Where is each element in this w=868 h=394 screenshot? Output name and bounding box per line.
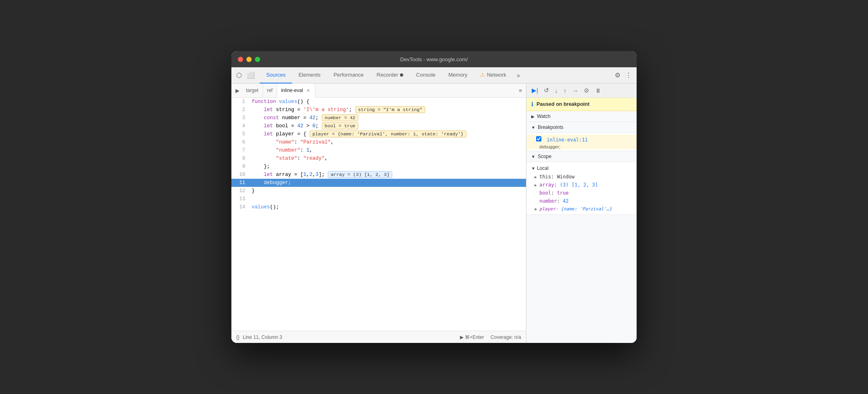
code-line-14: 14 values(); [231, 203, 526, 211]
expand-this-icon: ▶ [534, 175, 537, 179]
tab-recorder[interactable]: Recorder [370, 67, 409, 84]
step-out-button[interactable]: ↑ [561, 86, 569, 96]
scope-item-this[interactable]: ▶ this: Window [526, 173, 637, 181]
titlebar: DevTools - www.google.com/ [231, 51, 637, 67]
run-snippet-btn[interactable]: ▶ ⌘+Enter [460, 334, 484, 340]
coverage-label: Coverage: n/a [491, 334, 521, 340]
more-tabs-button[interactable]: » [514, 71, 522, 80]
pause-on-exceptions-btn[interactable]: ⏸ [593, 86, 603, 96]
local-label: Local [537, 165, 549, 171]
code-line-7: 7 "number": 1, [231, 146, 526, 154]
tab-elements[interactable]: Elements [292, 67, 327, 84]
code-editor[interactable]: 1 function values() { 2 let string = 'I\… [231, 98, 526, 331]
scope-item-player[interactable]: ▶ player: {name: 'Parzival'…} [526, 205, 637, 213]
file-tab-ref[interactable]: ref [263, 84, 277, 98]
inspect-icon[interactable]: ⬡ [235, 70, 244, 81]
scope-item-bool[interactable]: ▶ bool: true [526, 189, 637, 197]
debug-toolbar: ▶| ↺ ↓ ↑ → ⊘ ⏸ [526, 84, 637, 98]
deactivate-breakpoints-btn[interactable]: ⊘ [582, 85, 591, 96]
tab-network[interactable]: ⚠ Network [474, 67, 513, 84]
main-tabbar: ⬡ ⬜ Sources Elements Performance Recorde… [231, 67, 637, 84]
local-scope-header[interactable]: ▼ Local [526, 164, 637, 173]
file-tab-target[interactable]: target [242, 84, 263, 98]
breakpoints-chevron-icon: ▼ [531, 125, 535, 130]
scope-section-header[interactable]: ▼ Scope [526, 151, 637, 162]
scope-chevron-icon: ▼ [531, 154, 535, 159]
file-tab-inline-eval[interactable]: inline-eval ✕ [277, 84, 315, 98]
code-line-4: 4 let bool = 42 > 0;bool = true [231, 122, 526, 130]
watch-label: Watch [537, 113, 551, 119]
paused-message: Paused on breakpoint [537, 101, 590, 107]
code-line-3: 3 const number = 42;number = 42 [231, 114, 526, 122]
close-button[interactable] [238, 57, 243, 62]
code-line-8: 8 "state": "ready", [231, 154, 526, 163]
watch-section-header[interactable]: ▶ Watch [526, 111, 637, 122]
devtools-window: DevTools - www.google.com/ ⬡ ⬜ Sources E… [231, 51, 637, 343]
menu-button[interactable]: ⋮ [624, 70, 633, 81]
code-line-10: 10 let array = [1,2,3];array = (3) [1, 2… [231, 171, 526, 179]
devtools-panel: ⬡ ⬜ Sources Elements Performance Recorde… [231, 67, 637, 343]
tabbar-right: ⚙ ⋮ [613, 70, 633, 81]
tabbar-icons: ⬡ ⬜ [235, 70, 257, 81]
code-line-11: 11 debugger; [231, 179, 526, 187]
window-controls [238, 57, 260, 62]
tab-console[interactable]: Console [410, 67, 442, 84]
window-title: DevTools - www.google.com/ [400, 56, 468, 62]
statusbar: {} Line 11, Column 3 ▶ ⌘+Enter Coverage:… [231, 331, 526, 343]
code-line-12: 12 } [231, 187, 526, 195]
close-tab-icon[interactable]: ✕ [306, 88, 311, 94]
settings-button[interactable]: ⚙ [613, 70, 622, 81]
scope-content: ▼ Local ▶ this: Window ▶ array: (3) [1, … [526, 162, 637, 215]
local-chevron-icon: ▼ [531, 166, 535, 171]
breakpoints-content: inline-eval:11 debugger; [526, 133, 637, 151]
paused-notice: ℹ Paused on breakpoint [526, 98, 637, 111]
code-line-5: 5 let player = {player = {name: 'Parziva… [231, 130, 526, 138]
breakpoint-item: inline-eval:11 [526, 135, 637, 144]
scope-label: Scope [538, 154, 552, 159]
play-pause-nav-btn[interactable]: ▶ [233, 86, 242, 95]
code-line-1: 1 function values() { [231, 98, 526, 106]
device-toggle-icon[interactable]: ⬜ [245, 70, 257, 81]
step-button[interactable]: → [570, 86, 580, 96]
statusbar-right: ▶ ⌘+Enter Coverage: n/a [460, 334, 521, 340]
breakpoints-label: Breakpoints [538, 124, 563, 130]
breakpoint-checkbox[interactable] [536, 136, 541, 141]
tab-memory[interactable]: Memory [442, 67, 474, 84]
step-into-button[interactable]: ↓ [553, 86, 560, 96]
watch-chevron-icon: ▶ [531, 114, 534, 119]
warning-icon: ⚠ [480, 72, 485, 78]
pretty-print-btn[interactable]: {} [236, 334, 239, 340]
source-panel: ▶ target ref inline-eval ✕ ≡ [231, 84, 526, 343]
breakpoint-code: debugger; [526, 144, 637, 149]
recorder-dot-icon [400, 73, 403, 77]
cursor-position: Line 11, Column 3 [243, 334, 282, 340]
code-line-6: 6 "name": "Parzival", [231, 138, 526, 146]
code-line-13: 13 [231, 195, 526, 203]
tab-performance[interactable]: Performance [327, 67, 370, 84]
info-icon: ℹ [531, 101, 533, 107]
more-files-btn[interactable]: ≡ [516, 86, 524, 95]
file-tabbar-right: ≡ [516, 86, 524, 95]
resume-button[interactable]: ▶| [530, 85, 540, 96]
scope-item-array[interactable]: ▶ array: (3) [1, 2, 3] [526, 181, 637, 189]
minimize-button[interactable] [246, 57, 252, 62]
file-tabbar: ▶ target ref inline-eval ✕ ≡ [231, 84, 526, 98]
debugger-panel: ▶| ↺ ↓ ↑ → ⊘ ⏸ ℹ Paused on breakpoint ▶ … [526, 84, 637, 343]
code-line-2: 2 let string = 'I\'m a string';string = … [231, 106, 526, 114]
main-content: ▶ target ref inline-eval ✕ ≡ [231, 84, 637, 343]
code-line-9: 9 }; [231, 163, 526, 171]
expand-array-icon: ▶ [534, 183, 537, 187]
breakpoints-section-header[interactable]: ▼ Breakpoints [526, 122, 637, 133]
scope-item-number[interactable]: ▶ number: 42 [526, 197, 637, 205]
expand-player-icon: ▶ [534, 207, 537, 211]
tab-sources[interactable]: Sources [260, 67, 292, 84]
breakpoint-filename: inline-eval:11 [547, 137, 588, 143]
maximize-button[interactable] [255, 57, 260, 62]
step-over-button[interactable]: ↺ [542, 85, 551, 96]
